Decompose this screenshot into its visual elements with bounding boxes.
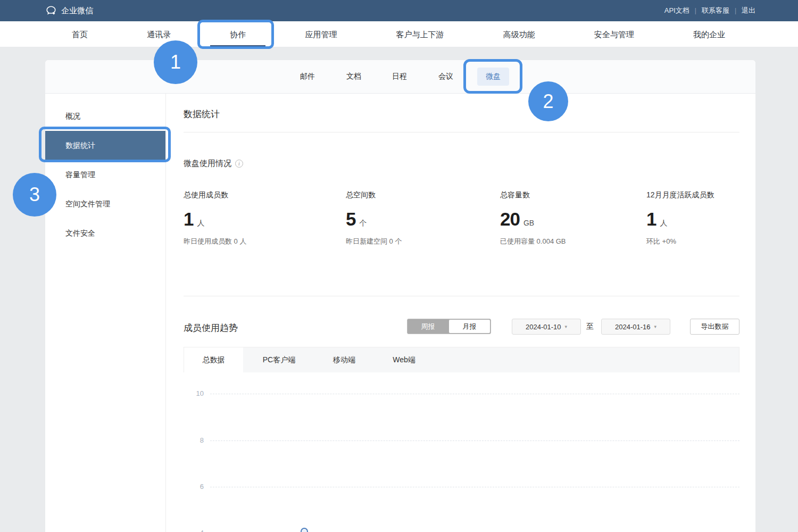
stat-monthly-active: 12月月度活跃成员数 1 人 环比 +0%	[646, 190, 795, 246]
stat-value: 5	[346, 209, 355, 230]
annotation-circle-3: 3	[13, 173, 56, 217]
tab-web[interactable]: Web端	[373, 347, 435, 373]
stat-label: 总空间数	[346, 190, 495, 200]
export-data-button[interactable]: 导出数据	[690, 319, 739, 335]
api-docs-link[interactable]: API文档	[664, 6, 689, 15]
wecom-logo-icon	[45, 5, 57, 16]
stat-unit: 个	[359, 219, 367, 228]
date-from-value: 2024-01-10	[526, 323, 561, 331]
trend-section-title: 成员使用趋势	[184, 322, 238, 334]
subnav-item-mail[interactable]: 邮件	[300, 72, 315, 81]
main-nav: 首页 通讯录 协作 应用管理 客户与上下游 高级功能 安全与管理 我的企业	[0, 21, 798, 47]
tab-pc-client[interactable]: PC客户端	[243, 347, 315, 373]
wedrive-sidebar: 概况 数据统计 容量管理 空间文件管理 文件安全	[45, 94, 166, 532]
divider	[184, 132, 739, 132]
stat-subtext: 已使用容量 0.004 GB	[500, 237, 649, 246]
toggle-monthly[interactable]: 月报	[449, 320, 490, 333]
sidebar-item-statistics[interactable]: 数据统计	[45, 131, 165, 160]
stat-unit: 人	[660, 219, 667, 228]
sidebar-item-space-files[interactable]: 空间文件管理	[45, 189, 165, 219]
stat-label: 总使用成员数	[184, 190, 332, 200]
stat-unit: GB	[523, 219, 534, 227]
date-range-separator: 至	[586, 322, 594, 331]
sidebar-item-overview[interactable]: 概况	[45, 102, 165, 131]
main-card: 邮件 文档 日程 会议 微盘 概况 数据统计 容量管理 空间文件管理 文件安全 …	[45, 60, 755, 532]
chevron-down-icon: ▾	[654, 324, 656, 329]
sidebar-item-file-security[interactable]: 文件安全	[45, 219, 165, 248]
topbar-links: API文档 | 联系客服 | 退出	[664, 0, 755, 21]
separator: |	[695, 7, 696, 14]
nav-item-my-company[interactable]: 我的企业	[693, 21, 725, 47]
trend-tabstrip: 总数据 PC客户端 移动端 Web端	[184, 347, 739, 372]
subnav-item-wedrive[interactable]: 微盘	[477, 68, 509, 86]
subnav-item-calendar[interactable]: 日程	[392, 72, 407, 81]
date-from-select[interactable]: 2024-01-10 ▾	[512, 319, 581, 335]
stat-value: 1	[646, 209, 656, 230]
topbar: 企业微信 API文档 | 联系客服 | 退出	[0, 0, 798, 21]
stat-label: 总容量数	[500, 190, 649, 200]
toggle-weekly[interactable]: 周报	[408, 319, 448, 334]
stat-value: 1	[184, 209, 193, 230]
date-to-value: 2024-01-16	[615, 323, 651, 331]
subnav-item-docs[interactable]: 文档	[346, 72, 361, 81]
y-tick-10: 10	[194, 389, 204, 397]
chart-data-point[interactable]	[301, 528, 308, 532]
subnav-item-meeting[interactable]: 会议	[438, 72, 453, 81]
stat-label: 12月月度活跃成员数	[646, 190, 795, 200]
logout-link[interactable]: 退出	[742, 6, 755, 15]
y-tick-8: 8	[194, 436, 204, 444]
trend-chart: 10 8 6 4	[184, 372, 739, 532]
annotation-circle-1: 1	[154, 40, 197, 84]
date-to-select[interactable]: 2024-01-16 ▾	[601, 319, 670, 335]
nav-item-collaboration[interactable]: 协作	[230, 21, 246, 47]
y-tick-6: 6	[194, 483, 204, 491]
y-tick-4: 4	[194, 529, 204, 532]
nav-item-advanced[interactable]: 高级功能	[503, 21, 535, 47]
stat-unit: 人	[197, 219, 204, 228]
page-title: 数据统计	[184, 108, 220, 120]
tab-mobile[interactable]: 移动端	[315, 347, 373, 373]
stat-value: 20	[500, 209, 520, 230]
stat-total-spaces: 总空间数 5 个 昨日新建空间 0 个	[346, 190, 495, 246]
nav-item-security[interactable]: 安全与管理	[594, 21, 634, 47]
tab-total-data[interactable]: 总数据	[184, 347, 243, 373]
brand: 企业微信	[45, 0, 93, 21]
brand-name: 企业微信	[61, 6, 93, 16]
annotation-circle-2: 2	[528, 81, 568, 121]
info-circle-icon[interactable]: i	[235, 160, 243, 168]
content-area: 数据统计 微盘使用情况 i 总使用成员数 1 人 昨日使用成员数 0 人 总空间…	[166, 94, 755, 532]
separator: |	[735, 7, 736, 14]
stat-subtext: 昨日新建空间 0 个	[346, 237, 495, 246]
report-period-toggle[interactable]: 周报 月报	[407, 319, 491, 334]
chevron-down-icon: ▾	[564, 324, 567, 329]
stat-total-members: 总使用成员数 1 人 昨日使用成员数 0 人	[184, 190, 332, 246]
stat-subtext: 环比 +0%	[646, 237, 795, 246]
usage-section-title: 微盘使用情况 i	[184, 159, 243, 169]
nav-item-home[interactable]: 首页	[72, 21, 88, 47]
divider	[184, 296, 739, 296]
nav-item-app-management[interactable]: 应用管理	[305, 21, 337, 47]
stat-subtext: 昨日使用成员数 0 人	[184, 237, 332, 246]
nav-item-customers[interactable]: 客户与上下游	[396, 21, 444, 47]
collaboration-subnav: 邮件 文档 日程 会议 微盘	[45, 60, 755, 94]
sidebar-item-capacity[interactable]: 容量管理	[45, 160, 165, 189]
usage-section-title-text: 微盘使用情况	[184, 159, 231, 169]
contact-support-link[interactable]: 联系客服	[702, 6, 729, 15]
stat-total-capacity: 总容量数 20 GB 已使用容量 0.004 GB	[500, 190, 649, 246]
